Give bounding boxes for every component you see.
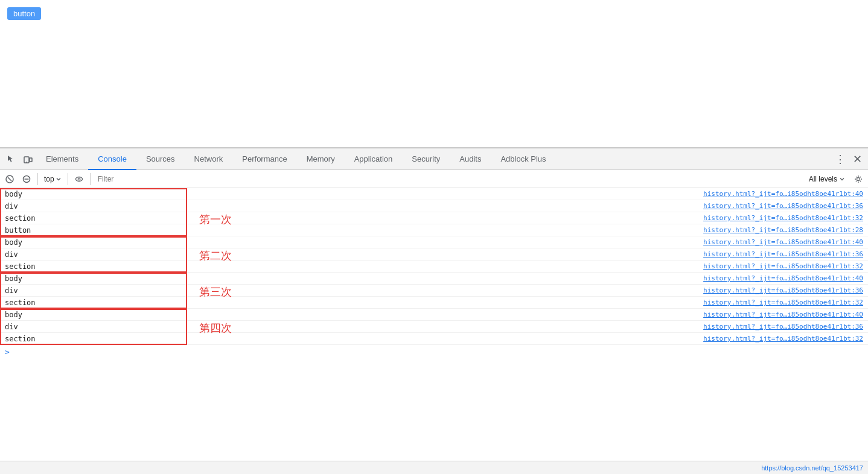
log-group-group1: bodyhistory.html?_ijt=fo…i85odht8oe41r1b… bbox=[0, 188, 868, 236]
table-row: bodyhistory.html?_ijt=fo…i85odht8oe41r1b… bbox=[0, 188, 868, 200]
filter-input[interactable] bbox=[94, 174, 803, 185]
log-link[interactable]: history.html?_ijt=fo…i85odht8oe41r1bt:28 bbox=[698, 225, 868, 235]
tab-performance[interactable]: Performance bbox=[232, 149, 296, 170]
settings-icon[interactable] bbox=[851, 172, 866, 186]
table-row: divhistory.html?_ijt=fo…i85odht8oe41r1bt… bbox=[0, 200, 868, 212]
inspect-element-icon[interactable] bbox=[2, 151, 19, 168]
log-link[interactable]: history.html?_ijt=fo…i85odht8oe41r1bt:36 bbox=[698, 321, 868, 332]
log-link[interactable]: history.html?_ijt=fo…i85odht8oe41r1bt:36 bbox=[698, 201, 868, 211]
context-selector[interactable]: top bbox=[42, 174, 64, 185]
block-network-icon[interactable] bbox=[19, 172, 34, 186]
table-row: divhistory.html?_ijt=fo…i85odht8oe41r1bt… bbox=[0, 285, 868, 297]
svg-rect-1 bbox=[30, 158, 32, 162]
svg-line-4 bbox=[8, 177, 11, 181]
tab-memory[interactable]: Memory bbox=[297, 149, 345, 170]
svg-point-9 bbox=[857, 177, 860, 180]
status-link[interactable]: https://blog.csdn.net/qq_15253417 bbox=[761, 464, 863, 472]
tab-elements[interactable]: Elements bbox=[36, 149, 88, 170]
table-row: bodyhistory.html?_ijt=fo…i85odht8oe41r1b… bbox=[0, 236, 868, 248]
console-toolbar: top All levels bbox=[0, 170, 868, 188]
log-link[interactable]: history.html?_ijt=fo…i85odht8oe41r1bt:40 bbox=[698, 237, 868, 247]
table-row: sectionhistory.html?_ijt=fo…i85odht8oe41… bbox=[0, 261, 868, 273]
tab-list: Elements Console Sources Network Perform… bbox=[36, 148, 832, 169]
log-link[interactable]: history.html?_ijt=fo…i85odht8oe41r1bt:36 bbox=[698, 249, 868, 259]
close-devtools-icon[interactable]: ✕ bbox=[849, 151, 866, 168]
table-row: divhistory.html?_ijt=fo…i85odht8oe41r1bt… bbox=[0, 248, 868, 261]
log-link[interactable]: history.html?_ijt=fo…i85odht8oe41r1bt:32 bbox=[698, 213, 868, 223]
devtools-panel: Elements Console Sources Network Perform… bbox=[0, 148, 868, 474]
table-row: sectionhistory.html?_ijt=fo…i85odht8oe41… bbox=[0, 333, 868, 345]
device-toggle-icon[interactable] bbox=[19, 151, 36, 168]
log-text: div bbox=[0, 321, 193, 332]
log-text: section bbox=[0, 213, 193, 224]
log-text: section bbox=[0, 297, 193, 308]
console-output: bodyhistory.html?_ijt=fo…i85odht8oe41r1b… bbox=[0, 188, 868, 461]
toolbar-divider-2 bbox=[68, 173, 68, 185]
tab-security[interactable]: Security bbox=[402, 149, 450, 170]
svg-point-7 bbox=[75, 177, 82, 181]
log-group-group3: bodyhistory.html?_ijt=fo…i85odht8oe41r1b… bbox=[0, 273, 868, 309]
demo-button[interactable]: button bbox=[7, 7, 41, 20]
toolbar-divider-3 bbox=[90, 173, 91, 185]
console-prompt: > bbox=[0, 345, 868, 359]
log-text: section bbox=[0, 261, 193, 272]
svg-point-8 bbox=[78, 178, 80, 180]
toolbar-divider bbox=[37, 173, 38, 185]
log-levels-dropdown[interactable]: All levels bbox=[805, 174, 849, 185]
tab-network[interactable]: Network bbox=[185, 149, 233, 170]
status-bar: https://blog.csdn.net/qq_15253417 bbox=[0, 461, 868, 474]
log-link[interactable]: history.html?_ijt=fo…i85odht8oe41r1bt:32 bbox=[698, 333, 868, 344]
tab-sources[interactable]: Sources bbox=[136, 149, 185, 170]
prompt-arrow-icon: > bbox=[5, 347, 10, 356]
log-link[interactable]: history.html?_ijt=fo…i85odht8oe41r1bt:40 bbox=[698, 189, 868, 199]
eye-icon[interactable] bbox=[72, 172, 86, 186]
tab-console[interactable]: Console bbox=[88, 149, 136, 170]
log-text: body bbox=[0, 237, 193, 248]
log-text: div bbox=[0, 249, 193, 260]
log-text: section bbox=[0, 333, 193, 344]
log-text: button bbox=[0, 225, 193, 236]
log-text: div bbox=[0, 201, 193, 212]
log-link[interactable]: history.html?_ijt=fo…i85odht8oe41r1bt:40 bbox=[698, 309, 868, 320]
log-link[interactable]: history.html?_ijt=fo…i85odht8oe41r1bt:32 bbox=[698, 297, 868, 308]
clear-console-icon[interactable] bbox=[2, 172, 17, 186]
table-row: sectionhistory.html?_ijt=fo…i85odht8oe41… bbox=[0, 212, 868, 224]
log-link[interactable]: history.html?_ijt=fo…i85odht8oe41r1bt:36 bbox=[698, 285, 868, 295]
tab-audits[interactable]: Audits bbox=[450, 149, 491, 170]
tab-adblock[interactable]: Adblock Plus bbox=[491, 149, 555, 170]
log-text: body bbox=[0, 273, 193, 284]
log-link[interactable]: history.html?_ijt=fo…i85odht8oe41r1bt:32 bbox=[698, 261, 868, 271]
table-row: bodyhistory.html?_ijt=fo…i85odht8oe41r1b… bbox=[0, 273, 868, 285]
table-row: bodyhistory.html?_ijt=fo…i85odht8oe41r1b… bbox=[0, 309, 868, 321]
table-row: divhistory.html?_ijt=fo…i85odht8oe41r1bt… bbox=[0, 321, 868, 333]
log-text: body bbox=[0, 309, 193, 320]
table-row: buttonhistory.html?_ijt=fo…i85odht8oe41r… bbox=[0, 224, 868, 236]
log-group-group2: bodyhistory.html?_ijt=fo…i85odht8oe41r1b… bbox=[0, 236, 868, 273]
table-row: sectionhistory.html?_ijt=fo…i85odht8oe41… bbox=[0, 297, 868, 309]
log-group-group4: bodyhistory.html?_ijt=fo…i85odht8oe41r1b… bbox=[0, 309, 868, 345]
devtools-tab-bar: Elements Console Sources Network Perform… bbox=[0, 148, 868, 170]
browser-viewport: button bbox=[0, 0, 868, 148]
tab-application[interactable]: Application bbox=[345, 149, 403, 170]
log-link[interactable]: history.html?_ijt=fo…i85odht8oe41r1bt:40 bbox=[698, 273, 868, 283]
more-tabs-icon[interactable]: ⋮ bbox=[832, 151, 849, 168]
log-text: body bbox=[0, 189, 193, 200]
log-text: div bbox=[0, 285, 193, 296]
